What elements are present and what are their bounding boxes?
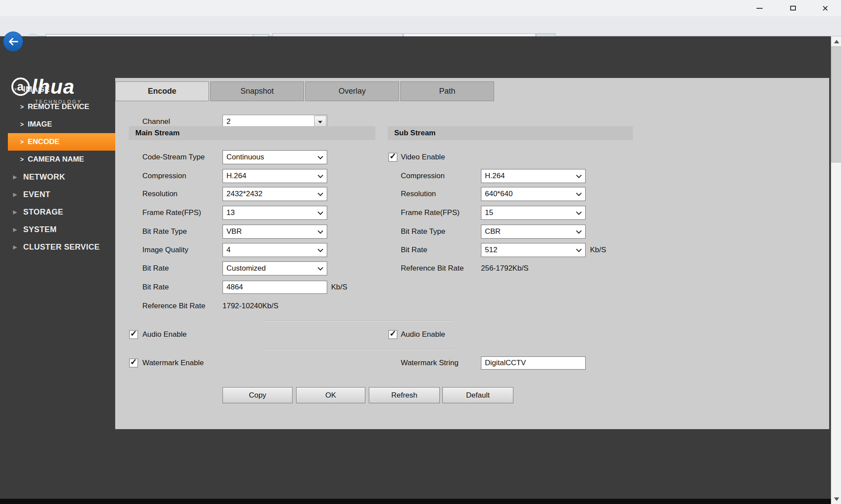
sidebar-item-image-group[interactable]: ▼ IMAGE [0,81,115,98]
main-bit-rate-mode-select[interactable]: Customized [223,261,327,275]
main-resolution-select[interactable]: 2432*2432 [223,187,327,201]
sub-bit-rate-select[interactable]: 512 [481,243,586,257]
main-bit-rate-input[interactable] [223,281,327,294]
main-bit-rate-label: Bit Rate [142,280,169,294]
tab-path[interactable]: Path [400,81,494,101]
sub-frame-rate-label: Frame Rate(FPS) [401,206,459,220]
sub-resolution-select[interactable]: 640*640 [481,187,586,201]
scroll-up-button[interactable] [831,36,841,46]
bottom-border [0,499,831,504]
checkmark-icon: ✓ [389,152,396,161]
watermark-enable-checkbox[interactable]: ✓ [129,359,138,367]
select-value: CBR [485,227,501,236]
sub-bit-rate-type-select[interactable]: CBR [481,225,586,239]
main-resolution-label: Resolution [142,187,177,201]
triangle-right-icon: ▶ [13,227,18,233]
checkmark-icon: ✓ [389,329,396,338]
main-compression-select[interactable]: H.264 [223,169,327,183]
chevron-down-icon [576,190,582,196]
app-header: alhua TECHNOLOGY PREVIEW PLAYBACK SMART … [0,36,831,78]
sub-compression-select[interactable]: H.264 [481,169,586,183]
main-audio-enable-label: Audio Enable [142,328,187,342]
browser-toolbar: http://172.16.13.100/ ↻ e Setup CONFIG ×… [0,16,841,36]
sub-bit-rate-label: Bit Rate [401,243,427,257]
image-quality-label: Image Quality [142,243,188,257]
browser-back-button[interactable] [3,32,23,52]
watermark-string-input[interactable] [481,356,586,370]
main-bit-rate-type-select[interactable]: VBR [223,225,327,239]
window-close-button[interactable]: × [813,0,837,16]
triangle-right-icon: ▶ [13,244,18,250]
main-frame-rate-label: Frame Rate(FPS) [142,206,201,220]
image-quality-select[interactable]: 4 [223,243,327,257]
window-minimize-button[interactable] [747,0,772,16]
checkmark-icon: ✓ [130,357,137,367]
select-value: 512 [485,246,497,254]
copy-button[interactable]: Copy [223,387,293,403]
select-value: 15 [485,208,493,217]
back-arrow-icon [8,37,18,46]
main-frame-rate-select[interactable]: 13 [223,206,327,220]
chevron-down-icon [576,209,582,215]
main-bit-rate-unit: Kb/S [331,280,347,294]
divider [263,349,453,349]
sub-frame-rate-select[interactable]: 15 [481,206,586,220]
main-bit-rate-type-label: Bit Rate Type [142,225,187,239]
sidebar-item-network[interactable]: ▶ NETWORK [0,168,115,186]
sidebar-item-remote-device[interactable]: > REMOTE DEVICE [0,98,115,116]
sub-resolution-label: Resolution [401,187,436,201]
tab-snapshot[interactable]: Snapshot [210,81,304,101]
sidebar-item-cluster-service[interactable]: ▶ CLUSTER SERVICE [0,238,115,256]
chevron-down-icon [318,209,323,215]
chevron-down-icon [318,247,323,252]
sidebar-sub-label: IMAGE [28,120,52,129]
checkmark-icon: ✓ [130,329,137,338]
window-maximize-button[interactable] [781,0,805,16]
sidebar-item-event[interactable]: ▶ EVENT [0,186,115,203]
sub-reference-bit-rate-label: Reference Bit Rate [401,261,464,275]
sidebar-item-system[interactable]: ▶ SYSTEM [0,221,115,238]
triangle-right-icon: ▶ [13,174,18,180]
sub-audio-enable-checkbox[interactable]: ✓ [389,330,397,339]
content-panel: Encode Snapshot Overlay Path Channel 2 M… [115,78,829,429]
close-icon: × [822,0,828,16]
chevron-down-icon [576,173,582,178]
refresh-button[interactable]: Refresh [369,387,440,403]
chevron-right-icon: > [20,103,24,110]
sidebar-sub-label: ENCODE [28,137,60,146]
tab-encode[interactable]: Encode [115,81,209,101]
watermark-enable-label: Watermark Enable [142,356,204,370]
divider [263,321,453,321]
chevron-down-icon [318,154,323,159]
main-audio-enable-checkbox[interactable]: ✓ [129,330,138,339]
maximize-icon [790,6,796,11]
select-value: 13 [226,208,235,217]
window-titlebar[interactable]: × [0,0,841,16]
sidebar-item-camera-name[interactable]: > CAMERA NAME [0,151,115,168]
sub-bit-rate-type-label: Bit Rate Type [401,225,445,239]
sidebar-item-encode[interactable]: > ENCODE [8,133,115,151]
select-value: 640*640 [485,190,512,198]
chevron-right-icon: > [20,138,24,145]
sub-stream-header: Sub Stream [388,126,633,140]
chevron-down-icon [576,228,582,234]
chevron-down-icon [318,173,323,178]
default-button[interactable]: Default [442,387,513,403]
ok-button[interactable]: OK [296,387,365,403]
select-value: 2432*2432 [226,190,262,198]
scroll-down-button[interactable] [831,494,841,504]
code-stream-type-select[interactable]: Continuous [223,150,327,164]
triangle-down-icon: ▼ [13,87,18,92]
tab-overlay[interactable]: Overlay [305,81,399,101]
triangle-up-icon [834,40,839,43]
page-scrollbar[interactable] [831,36,841,504]
triangle-down-icon [834,497,839,501]
select-value: 4 [226,246,230,254]
sidebar-group-label: IMAGE [23,85,50,94]
scrollbar-thumb[interactable] [831,46,841,162]
video-enable-checkbox[interactable]: ✓ [389,153,397,162]
sidebar-sub-label: REMOTE DEVICE [28,102,89,111]
sidebar-item-storage[interactable]: ▶ STORAGE [0,203,115,221]
sidebar-item-image[interactable]: > IMAGE [0,116,115,133]
triangle-right-icon: ▶ [13,192,18,197]
